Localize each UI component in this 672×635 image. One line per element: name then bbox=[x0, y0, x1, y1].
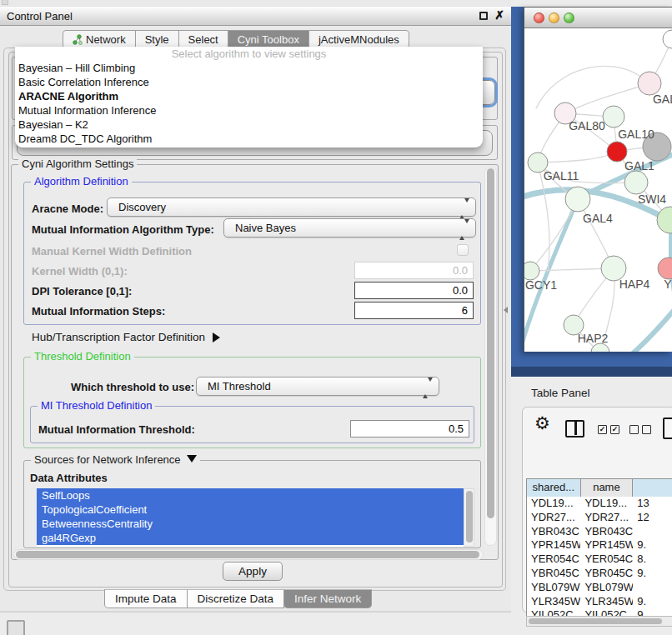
network-window-titlebar[interactable] bbox=[524, 8, 672, 28]
table-row[interactable]: YBR045CYBR045C9. bbox=[527, 567, 672, 581]
tab-label: Network bbox=[86, 31, 126, 48]
dpi-tolerance-field[interactable] bbox=[354, 282, 474, 299]
bottom-tab-bar: Impute DataDiscretize DataInfer Network bbox=[104, 589, 372, 608]
column-header-2[interactable] bbox=[633, 479, 672, 497]
settings-vertical-scrollbar[interactable] bbox=[484, 167, 497, 546]
aracne-mode-combo[interactable]: Discovery bbox=[107, 198, 476, 217]
network-node-gal[interactable] bbox=[638, 72, 661, 95]
tab-style[interactable]: Style bbox=[135, 30, 179, 48]
table-cell: YBR043C bbox=[527, 525, 580, 539]
bottom-tab-infer-network[interactable]: Infer Network bbox=[283, 589, 372, 608]
mi-algorithm-type-label: Mutual Information Algorithm Type: bbox=[32, 223, 214, 236]
table-row[interactable]: YLR345WYLR345W9. bbox=[527, 595, 672, 609]
table-cell: 9. bbox=[633, 567, 672, 581]
apply-button[interactable]: Apply bbox=[223, 562, 283, 581]
sources-toggle[interactable]: Sources for Network Inference bbox=[31, 453, 200, 466]
network-node-label: SWI4 bbox=[638, 192, 666, 206]
corner-mini-button[interactable] bbox=[7, 620, 25, 635]
table-card: ⚙ ✓✓ shared...name YDL19...YDL19...13YDR… bbox=[522, 407, 672, 612]
scrollbar-thumb[interactable] bbox=[529, 618, 662, 624]
aracne-mode-value: Discovery bbox=[118, 198, 166, 217]
network-node-swi4[interactable] bbox=[624, 171, 648, 194]
zoom-traffic-light-icon[interactable] bbox=[564, 12, 574, 23]
select-all-columns-icon[interactable]: ✓✓ bbox=[598, 425, 619, 434]
which-threshold-combo[interactable]: MI Threshold bbox=[196, 377, 439, 396]
network-node-y[interactable] bbox=[658, 258, 672, 279]
attribute-item-betweennesscentrality[interactable]: BetweennessCentrality bbox=[37, 517, 464, 531]
kernel-width-field[interactable] bbox=[354, 262, 474, 279]
which-threshold-value: MI Threshold bbox=[208, 378, 271, 396]
hub-definition-toggle[interactable]: Hub/Transcription Factor Definition bbox=[32, 331, 220, 343]
settings-group-title: Cyni Algorithm Settings bbox=[18, 158, 137, 170]
close-icon[interactable]: ✗ bbox=[494, 8, 504, 22]
column-header-name[interactable]: name bbox=[581, 479, 634, 497]
table-cell: YDL19... bbox=[580, 497, 633, 511]
tab-cyni-toolbox[interactable]: Cyni Toolbox bbox=[228, 30, 309, 48]
network-node-gcy1[interactable] bbox=[524, 262, 539, 280]
network-node-label: GAL bbox=[653, 92, 672, 106]
algorithm-option-aracne-algorithm[interactable]: ARACNE Algorithm bbox=[15, 89, 483, 103]
table-horizontal-scrollbar[interactable] bbox=[526, 616, 672, 627]
data-attributes-label: Data Attributes bbox=[30, 472, 108, 484]
scrollbar-thumb[interactable] bbox=[16, 551, 479, 558]
table-row[interactable]: YBL079WYBL079W bbox=[527, 581, 672, 595]
attribute-item-gal4rgexp[interactable]: gal4RGexp bbox=[37, 531, 464, 545]
table-cell: YDR27... bbox=[527, 511, 580, 525]
column-header-shared-[interactable]: shared... bbox=[527, 479, 581, 497]
control-panel-tab-bar: NetworkStyleSelectCyni ToolboxjActiveMNo… bbox=[63, 30, 409, 48]
close-traffic-light-icon[interactable] bbox=[534, 12, 544, 23]
network-canvas[interactable]: GALGAL80GAL10GAL1GAL11SWI4GAL4GCY1HAP4YH… bbox=[524, 28, 672, 352]
algorithm-option-mutual-information-inference[interactable]: Mutual Information Inference bbox=[15, 103, 483, 118]
deselect-all-columns-icon[interactable] bbox=[629, 425, 651, 434]
algorithm-dropdown-placeholder: Select algorithm to view settings bbox=[15, 47, 483, 61]
mi-algorithm-type-combo[interactable]: Naive Bayes bbox=[223, 218, 476, 238]
algorithm-option-bayesian-hill-climbing[interactable]: Bayesian – Hill Climbing bbox=[15, 61, 483, 75]
algorithm-option-dream8-dc-tdc-algorithm[interactable]: Dream8 DC_TDC Algorithm bbox=[15, 132, 483, 146]
table-row[interactable]: YPR145WYPR145W9. bbox=[527, 538, 672, 552]
table-body: YDL19...YDL19...13YDR27...YDR27...12YBR0… bbox=[527, 497, 672, 617]
network-node-label: GAL80 bbox=[569, 119, 605, 132]
which-threshold-label: Which threshold to use: bbox=[71, 381, 194, 393]
scrollbar-thumb[interactable] bbox=[466, 491, 473, 542]
table-row[interactable]: YBR043CYBR043C bbox=[527, 525, 672, 539]
attribute-list-scrollbar[interactable] bbox=[464, 488, 474, 547]
node-table: shared...name YDL19...YDL19...13YDR27...… bbox=[526, 478, 672, 617]
table-cell: YBL079W bbox=[580, 581, 633, 595]
mi-steps-field[interactable] bbox=[354, 302, 474, 319]
bottom-tab-impute-data[interactable]: Impute Data bbox=[104, 589, 188, 608]
bottom-tab-discretize-data[interactable]: Discretize Data bbox=[187, 589, 285, 608]
algorithm-option-bayesian-k2[interactable]: Bayesian – K2 bbox=[15, 118, 483, 132]
table-row[interactable]: YDL19...YDL19...13 bbox=[527, 497, 672, 511]
network-node-label: GAL10 bbox=[618, 128, 654, 141]
attribute-item-selfloops[interactable]: SelfLoops bbox=[37, 488, 464, 502]
aracne-mode-label: Aracne Mode: bbox=[32, 202, 103, 215]
algorithm-option-basic-correlation-inference[interactable]: Basic Correlation Inference bbox=[15, 75, 483, 89]
tab-jactivemnodules[interactable]: jActiveMNodules bbox=[308, 30, 409, 48]
document-icon[interactable] bbox=[663, 418, 672, 439]
columns-icon[interactable] bbox=[565, 420, 584, 438]
network-edge[interactable] bbox=[538, 152, 617, 162]
tab-select[interactable]: Select bbox=[178, 30, 228, 48]
network-node[interactable] bbox=[663, 30, 672, 48]
collapse-down-icon bbox=[187, 455, 197, 462]
settings-horizontal-scrollbar[interactable] bbox=[13, 549, 484, 560]
attribute-item-topologicalcoefficient[interactable]: TopologicalCoefficient bbox=[37, 502, 464, 517]
minimize-traffic-light-icon[interactable] bbox=[549, 12, 559, 23]
split-pane-collapse-icon[interactable] bbox=[504, 307, 508, 313]
combo-arrows-icon bbox=[459, 202, 469, 215]
table-row[interactable]: YDR27...YDR27...12 bbox=[527, 511, 672, 525]
algorithm-definition-title: Algorithm Definition bbox=[31, 175, 132, 188]
table-cell: YBR043C bbox=[580, 525, 633, 539]
manual-kernel-checkbox[interactable] bbox=[457, 244, 469, 256]
gear-icon[interactable]: ⚙ bbox=[534, 413, 550, 433]
kernel-width-label: Kernel Width (0,1): bbox=[32, 265, 128, 278]
network-node[interactable] bbox=[657, 207, 672, 233]
table-row[interactable]: YER054CYER054C8. bbox=[527, 552, 672, 567]
network-node-gal10[interactable] bbox=[603, 106, 624, 128]
scrollbar-thumb[interactable] bbox=[487, 168, 494, 518]
network-node-gal4[interactable] bbox=[565, 187, 590, 212]
float-window-icon[interactable] bbox=[479, 12, 488, 20]
tab-network[interactable]: Network bbox=[63, 30, 136, 48]
network-edge[interactable] bbox=[631, 303, 672, 352]
mi-threshold-field[interactable] bbox=[350, 420, 469, 438]
